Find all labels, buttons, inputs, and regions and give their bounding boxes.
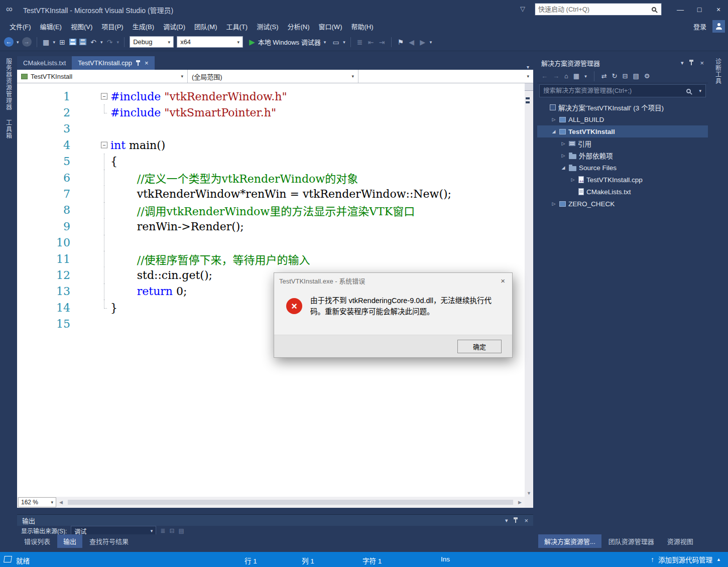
tree-expanded-arrow-icon[interactable]: ◢	[560, 165, 566, 170]
vertical-scrollbar[interactable]: ▼	[525, 83, 533, 497]
bookmark-dropdown-icon[interactable]: ▾	[430, 40, 432, 45]
redo-button[interactable]: ↷	[106, 38, 114, 46]
caret-up-icon[interactable]: ▲	[716, 557, 721, 562]
properties-icon[interactable]: ⚙	[644, 72, 650, 80]
split-editor-handle[interactable]	[525, 83, 533, 91]
output-tool-icon[interactable]: ⊟	[169, 526, 174, 534]
save-button[interactable]	[69, 39, 76, 45]
menu-item-5[interactable]: 调试(D)	[159, 20, 190, 33]
document-tab-CMakeLists.txt[interactable]: CMakeLists.txt	[17, 56, 72, 70]
user-avatar[interactable]	[712, 20, 725, 33]
document-tab-TestVTKInstall.cpp[interactable]: TestVTKInstall.cpp×	[72, 56, 154, 70]
member-combo[interactable]: ▾	[358, 70, 533, 83]
menu-item-2[interactable]: 视图(V)	[66, 20, 97, 33]
navigate-back-dropdown-icon[interactable]: ▾	[17, 40, 19, 45]
ok-button[interactable]: 确定	[457, 340, 502, 353]
fold-collapse-icon[interactable]: −	[101, 93, 107, 100]
minimize-button[interactable]: —	[671, 0, 690, 19]
vertical-splitter[interactable]	[533, 56, 537, 552]
scroll-down-icon[interactable]: ▼	[525, 491, 533, 496]
save-all-button[interactable]	[79, 39, 86, 45]
tree-item-zero-check[interactable]: ▷ZERO_CHECK	[537, 198, 708, 210]
close-button[interactable]: ×	[709, 0, 728, 19]
panel-tab-0[interactable]: 错误列表	[18, 534, 56, 548]
tree-expanded-arrow-icon[interactable]: ◢	[551, 129, 557, 134]
add-to-source-control-button[interactable]: 添加到源代码管理	[658, 554, 712, 564]
tree-item-cmakelists[interactable]: CMakeLists.txt	[537, 186, 708, 198]
undo-dropdown-icon[interactable]: ▾	[100, 40, 103, 45]
window-position-icon[interactable]: ▾	[681, 60, 684, 66]
pin-icon[interactable]	[136, 60, 141, 66]
tree-collapsed-arrow-icon[interactable]: ▷	[560, 153, 566, 158]
tree-item-all-build[interactable]: ▷ALL_BUILD	[537, 113, 708, 125]
refresh-icon[interactable]: ↻	[612, 72, 618, 80]
navigate-forward-button[interactable]: →	[22, 37, 32, 47]
navigate-backward-button[interactable]: ←	[4, 37, 14, 47]
tree-collapsed-arrow-icon[interactable]: ▷	[570, 177, 576, 182]
tree-item-solution[interactable]: 解决方案'TestVTKInstall' (3 个项目)	[537, 101, 708, 113]
tree-collapsed-arrow-icon[interactable]: ▷	[551, 117, 557, 122]
solution-platform-combo[interactable]: x64 ▾	[177, 36, 243, 48]
tree-collapsed-arrow-icon[interactable]: ▷	[551, 201, 557, 206]
explorer-tab-1[interactable]: 团队资源管理器	[602, 534, 660, 548]
left-strip-tab-0[interactable]: 服务器资源管理器	[5, 58, 13, 110]
tree-collapsed-arrow-icon[interactable]: ▷	[560, 141, 566, 146]
back-icon[interactable]: ←	[541, 72, 548, 80]
sign-in-link[interactable]: 登录	[693, 22, 706, 31]
menu-item-7[interactable]: 工具(T)	[222, 20, 253, 33]
left-strip-tab-1[interactable]: 工具箱	[5, 119, 13, 139]
explorer-tab-0[interactable]: 解决方案资源管...	[538, 534, 601, 548]
undo-button[interactable]: ↶	[89, 38, 97, 46]
panel-tab-2[interactable]: 查找符号结果	[83, 534, 135, 548]
output-source-combo[interactable]: 调试 ▾	[71, 526, 156, 534]
close-icon[interactable]: ×	[524, 517, 528, 524]
dialog-close-icon[interactable]: ×	[499, 276, 507, 285]
menu-item-10[interactable]: 窗口(W)	[314, 20, 347, 33]
tree-item-external-deps[interactable]: ▷外部依赖项	[537, 150, 708, 162]
show-all-files-icon[interactable]: ▤	[633, 72, 639, 80]
previous-bookmark-button[interactable]: ◀	[408, 38, 416, 46]
panel-tab-1[interactable]: 输出	[57, 534, 82, 548]
menu-item-1[interactable]: 编辑(E)	[36, 20, 66, 33]
bookmark-button[interactable]: ⚑	[397, 38, 405, 46]
panel-splitter[interactable]	[17, 508, 533, 514]
scope-combo[interactable]: (全局范围) ▾	[188, 70, 358, 83]
pin-icon[interactable]	[689, 60, 694, 66]
scroll-left-icon[interactable]: ◀	[56, 500, 66, 505]
new-project-button[interactable]: ▦	[42, 38, 50, 46]
next-bookmark-button[interactable]: ▶	[419, 38, 427, 46]
redo-dropdown-icon[interactable]: ▾	[117, 40, 119, 45]
tree-item-source-files[interactable]: ◢Source Files	[537, 162, 708, 174]
solution-configuration-combo[interactable]: Debug ▾	[130, 36, 174, 48]
menu-item-6[interactable]: 团队(M)	[190, 20, 222, 33]
switch-views-icon[interactable]: ▦	[573, 72, 579, 80]
chevron-down-icon[interactable]: ▾	[584, 74, 587, 79]
zoom-combo[interactable]: 162 % ▾	[18, 497, 56, 507]
window-position-icon[interactable]: ▾	[505, 517, 508, 524]
collapse-all-icon[interactable]: ⊟	[623, 72, 628, 80]
add-item-button[interactable]: ⊞	[58, 38, 66, 46]
menu-item-8[interactable]: 测试(S)	[252, 20, 283, 33]
profiler-button[interactable]: ▭	[332, 38, 340, 46]
solution-search-box[interactable]: ▾	[539, 84, 706, 97]
output-tool-icon[interactable]: ≣	[160, 526, 165, 534]
home-icon[interactable]: ⌂	[564, 72, 568, 80]
dialog-title-bar[interactable]: TestVTKInstall.exe - 系统错误 ×	[274, 273, 512, 288]
chevron-down-icon[interactable]: ▾	[699, 88, 701, 93]
quick-launch-input[interactable]	[535, 6, 652, 13]
pin-icon[interactable]	[514, 517, 518, 523]
output-tool-icon[interactable]: ▤	[178, 526, 184, 534]
scroll-right-icon[interactable]: ▶	[515, 500, 525, 505]
project-combo[interactable]: TestVTKInstall ▾	[17, 70, 188, 83]
tree-item-cpp-file[interactable]: ▷TestVTKInstall.cpp	[537, 174, 708, 186]
close-icon[interactable]: ×	[700, 59, 704, 67]
solution-search-input[interactable]	[540, 87, 686, 94]
attach-process-button[interactable]: ≣	[356, 38, 364, 46]
quick-launch-box[interactable]	[535, 3, 662, 16]
menu-item-3[interactable]: 项目(P)	[97, 20, 128, 33]
profiler-dropdown-icon[interactable]: ▾	[343, 40, 345, 45]
scrollbar-thumb[interactable]	[68, 500, 513, 505]
menu-item-0[interactable]: 文件(F)	[5, 20, 36, 33]
start-debugging-button[interactable]: ▶ 本地 Windows 调试器 ▾	[246, 36, 329, 49]
step-over-button[interactable]: ⇥	[378, 38, 386, 46]
